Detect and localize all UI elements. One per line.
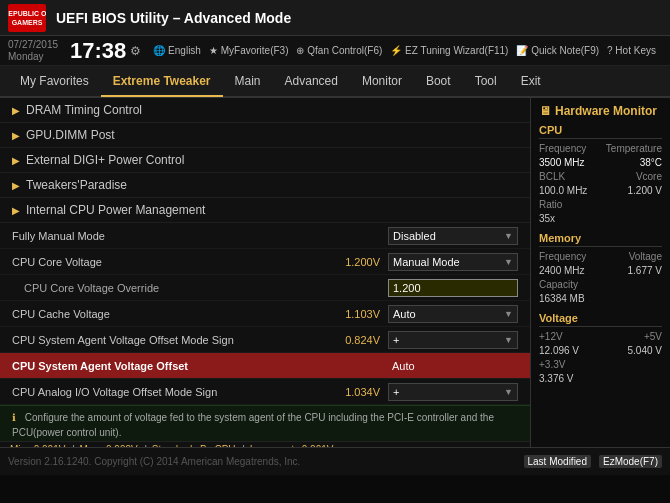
arrow-icon: ▶ — [12, 105, 20, 116]
min-val: Min: 0.001V — [10, 444, 67, 447]
setting-label: CPU System Agent Voltage Offset Mode Sig… — [12, 334, 335, 346]
standard-val: Standard: By CPU — [152, 444, 238, 447]
setting-label: CPU Core Voltage — [12, 256, 335, 268]
hw-voltage-section: Voltage +12V +5V 12.096 V 5.040 V +3.3V … — [539, 312, 662, 384]
language-menu[interactable]: 🌐 English — [153, 45, 201, 56]
setting-cpu-sa-offset: CPU System Agent Voltage Offset Auto — [0, 353, 530, 379]
bottom-left: Version 2.16.1240. Copyright (C) 2014 Am… — [8, 456, 524, 467]
clock-time: 17:38 — [70, 38, 126, 64]
hw-monitor-title: 🖥 Hardware Monitor — [539, 104, 662, 118]
hw-mem-freq-label-row: Frequency Voltage — [539, 251, 662, 262]
hw-mem-volt-val: 1.677 V — [628, 265, 662, 276]
ez-tuning-menu[interactable]: ⚡ EZ Tuning Wizard(F11) — [390, 45, 508, 56]
qfan-menu[interactable]: ⊕ Qfan Control(F6) — [296, 45, 382, 56]
main-area: ▶ DRAM Timing Control ▶ GPU.DIMM Post ▶ … — [0, 98, 670, 447]
hot-keys-menu[interactable]: ? Hot Keys — [607, 45, 656, 56]
section-dram-timing[interactable]: ▶ DRAM Timing Control — [0, 98, 530, 123]
arrow-icon: ▶ — [12, 180, 20, 191]
ez-mode-key[interactable]: EzMode(F7) — [599, 456, 662, 467]
hw-ratio-label-row: Ratio — [539, 199, 662, 210]
hw-mem-freq-val-row: 2400 MHz 1.677 V — [539, 265, 662, 276]
fully-manual-dropdown[interactable]: Disabled ▼ — [388, 227, 518, 245]
section-tweakers-paradise[interactable]: ▶ Tweakers'Paradise — [0, 173, 530, 198]
arrow-icon: ▶ — [12, 205, 20, 216]
hw-mem-cap-label-row: Capacity — [539, 279, 662, 290]
hw-freq-label: Frequency — [539, 143, 586, 154]
hw-temp-label: Temperature — [606, 143, 662, 154]
hw-ratio-val-row: 35x — [539, 213, 662, 224]
section-digi-power[interactable]: ▶ External DIGI+ Power Control — [0, 148, 530, 173]
hw-v5-val: 5.040 V — [628, 345, 662, 356]
description-line1: Configure the amount of voltage fed to t… — [12, 412, 494, 438]
svg-text:REPUBLIC OF: REPUBLIC OF — [8, 10, 46, 17]
setting-label: CPU Analog I/O Voltage Offset Mode Sign — [12, 386, 335, 398]
section-label: External DIGI+ Power Control — [26, 153, 184, 167]
nav-boot[interactable]: Boot — [414, 65, 463, 97]
hw-mem-freq-val: 2400 MHz — [539, 265, 585, 276]
cpu-cache-voltage-dropdown[interactable]: Auto ▼ — [388, 305, 518, 323]
hw-mem-volt-label: Voltage — [629, 251, 662, 262]
nav-monitor[interactable]: Monitor — [350, 65, 414, 97]
left-panel: ▶ DRAM Timing Control ▶ GPU.DIMM Post ▶ … — [0, 98, 530, 447]
setting-value: 1.034V — [335, 386, 380, 398]
hw-bclk-label: BCLK — [539, 171, 565, 182]
hw-v12-val-row: 12.096 V 5.040 V — [539, 345, 662, 356]
arrow-icon: ▶ — [12, 130, 20, 141]
hw-v12-val: 12.096 V — [539, 345, 579, 356]
clock-bar: 07/27/2015 Monday 17:38 ⚙ 🌐 English ★ My… — [0, 36, 670, 66]
hw-bclk-label-row: BCLK Vcore — [539, 171, 662, 182]
setting-value: 1.200V — [335, 256, 380, 268]
nav-extreme-tweaker[interactable]: Extreme Tweaker — [101, 65, 223, 97]
setting-cpu-core-override: CPU Core Voltage Override — [0, 275, 530, 301]
cpu-analog-io-sign-dropdown[interactable]: + ▼ — [388, 383, 518, 401]
hw-mem-cap-label: Capacity — [539, 279, 578, 290]
rog-logo: REPUBLIC OF GAMERS — [8, 4, 46, 32]
myfavorite-menu[interactable]: ★ MyFavorite(F3) — [209, 45, 289, 56]
section-label: DRAM Timing Control — [26, 103, 142, 117]
setting-label: CPU Cache Voltage — [12, 308, 335, 320]
setting-label: CPU System Agent Voltage Offset — [12, 360, 388, 372]
clock-menu-items: 🌐 English ★ MyFavorite(F3) ⊕ Qfan Contro… — [153, 45, 662, 56]
svg-rect-0 — [8, 4, 46, 32]
hw-voltage-title: Voltage — [539, 312, 662, 327]
clock-date: 07/27/2015 Monday — [8, 39, 58, 63]
cpu-core-voltage-dropdown[interactable]: Manual Mode ▼ — [388, 253, 518, 271]
nav-advanced[interactable]: Advanced — [273, 65, 350, 97]
hw-bclk-val-row: 100.0 MHz 1.200 V — [539, 185, 662, 196]
hw-vcore-label: Vcore — [636, 171, 662, 182]
hw-v33-label-row: +3.3V — [539, 359, 662, 370]
nav-exit[interactable]: Exit — [509, 65, 553, 97]
bios-title: UEFI BIOS Utility – Advanced Mode — [56, 10, 662, 26]
nav-tool[interactable]: Tool — [463, 65, 509, 97]
hw-temp-val: 38°C — [640, 157, 662, 168]
hw-vcore-val: 1.200 V — [628, 185, 662, 196]
arrow-icon: ▶ — [12, 155, 20, 166]
monitor-icon: 🖥 — [539, 104, 551, 118]
cpu-sa-offset-sign-dropdown[interactable]: + ▼ — [388, 331, 518, 349]
setting-cpu-core-voltage: CPU Core Voltage 1.200V Manual Mode ▼ — [0, 249, 530, 275]
setting-value: 0.824V — [335, 334, 380, 346]
setting-cpu-analog-io-sign: CPU Analog I/O Voltage Offset Mode Sign … — [0, 379, 530, 405]
hw-cpu-title: CPU — [539, 124, 662, 139]
cpu-core-override-input[interactable] — [388, 279, 518, 297]
top-bar: REPUBLIC OF GAMERS UEFI BIOS Utility – A… — [0, 0, 670, 36]
quick-note-menu[interactable]: 📝 Quick Note(F9) — [516, 45, 599, 56]
gear-icon[interactable]: ⚙ — [130, 44, 141, 58]
description-bar: ℹ Configure the amount of voltage fed to… — [0, 405, 530, 441]
hw-cpu-freq-row: Frequency Temperature — [539, 143, 662, 154]
section-label: Internal CPU Power Management — [26, 203, 205, 217]
nav-main[interactable]: Main — [223, 65, 273, 97]
nav-my-favorites[interactable]: My Favorites — [8, 65, 101, 97]
bottom-bar: Version 2.16.1240. Copyright (C) 2014 Am… — [0, 447, 670, 475]
setting-cpu-cache-voltage: CPU Cache Voltage 1.103V Auto ▼ — [0, 301, 530, 327]
hw-v33-val-row: 3.376 V — [539, 373, 662, 384]
hw-freq-val: 3500 MHz — [539, 157, 585, 168]
cpu-sa-offset-value: Auto — [388, 360, 518, 372]
hw-mem-freq-label: Frequency — [539, 251, 586, 262]
section-cpu-power[interactable]: ▶ Internal CPU Power Management — [0, 198, 530, 223]
description-icon: ℹ — [12, 412, 16, 423]
hw-v12-label: +12V — [539, 331, 563, 342]
section-gpu-dimm[interactable]: ▶ GPU.DIMM Post — [0, 123, 530, 148]
hw-mem-cap-val: 16384 MB — [539, 293, 585, 304]
mini-val-bar: Min: 0.001V | Max: 0.999V | Standard: By… — [0, 441, 530, 447]
